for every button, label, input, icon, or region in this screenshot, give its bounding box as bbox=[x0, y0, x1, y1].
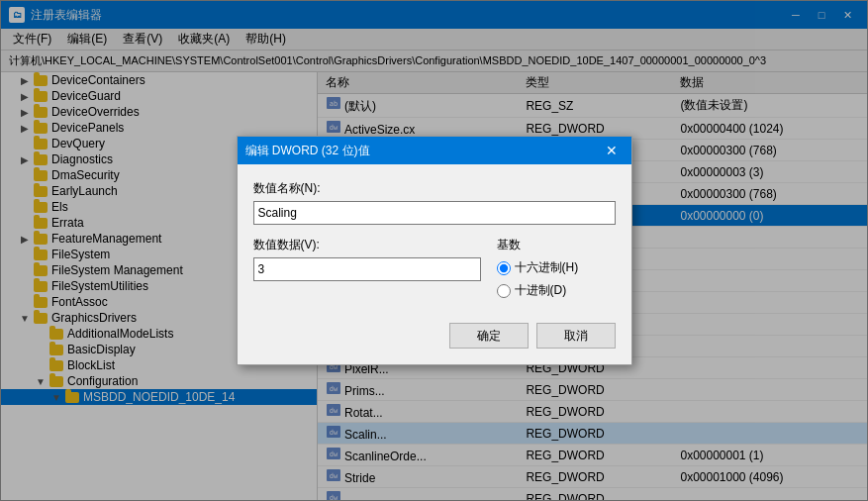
hex-radio[interactable] bbox=[497, 261, 511, 275]
dec-radio-text: 十进制(D) bbox=[515, 282, 567, 299]
radio-group: 十六进制(H) 十进制(D) bbox=[497, 259, 616, 299]
dialog-body: 数值名称(N): 数值数据(V): 基数 十六进制(H) bbox=[238, 164, 631, 364]
name-field-label: 数值名称(N): bbox=[253, 180, 616, 197]
dialog-data-row: 数值数据(V): 基数 十六进制(H) 十进制(D) bbox=[253, 237, 616, 299]
dialog-title: 编辑 DWORD (32 位)值 bbox=[245, 143, 600, 159]
dec-radio-label[interactable]: 十进制(D) bbox=[497, 282, 616, 299]
dialog-buttons: 确定 取消 bbox=[253, 315, 616, 349]
hex-radio-text: 十六进制(H) bbox=[515, 259, 579, 276]
value-section: 数值数据(V): bbox=[253, 237, 481, 293]
dialog-title-bar: 编辑 DWORD (32 位)值 ✕ bbox=[238, 137, 631, 164]
ok-button[interactable]: 确定 bbox=[449, 323, 529, 349]
hex-radio-label[interactable]: 十六进制(H) bbox=[497, 259, 616, 276]
dec-radio[interactable] bbox=[497, 284, 511, 298]
data-input[interactable] bbox=[253, 257, 481, 281]
base-label: 基数 bbox=[497, 237, 616, 253]
edit-dword-dialog: 编辑 DWORD (32 位)值 ✕ 数值名称(N): 数值数据(V): 基数 bbox=[237, 136, 632, 365]
modal-overlay: 编辑 DWORD (32 位)值 ✕ 数值名称(N): 数值数据(V): 基数 bbox=[0, 0, 868, 501]
data-field-label: 数值数据(V): bbox=[253, 237, 481, 253]
dialog-close-button[interactable]: ✕ bbox=[600, 141, 624, 160]
cancel-button[interactable]: 取消 bbox=[536, 323, 616, 349]
name-input[interactable] bbox=[253, 201, 616, 225]
base-section: 基数 十六进制(H) 十进制(D) bbox=[497, 237, 616, 299]
